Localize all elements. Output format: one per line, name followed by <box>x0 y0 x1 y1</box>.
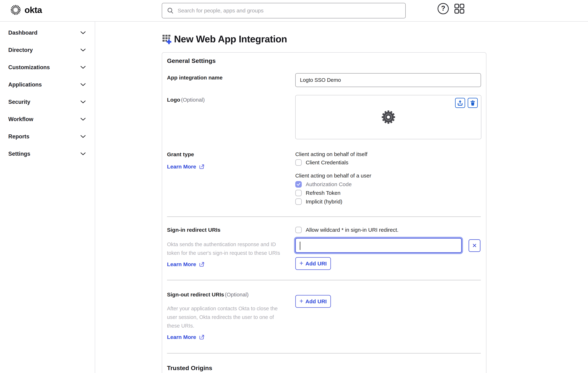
remove-uri-button[interactable]: ✕ <box>469 239 481 252</box>
chevron-down-icon <box>80 83 86 86</box>
sidebar-item-label: Security <box>8 99 30 105</box>
sidebar-item-workflow[interactable]: Workflow <box>0 111 95 128</box>
refresh-token-checkbox[interactable] <box>295 190 302 196</box>
sidebar-item-settings[interactable]: Settings <box>0 145 95 162</box>
signin-uri-input-field[interactable] <box>296 239 461 252</box>
top-header: okta ? <box>0 0 588 22</box>
learn-more-label: Learn More <box>167 164 196 170</box>
implicit-hybrid-checkbox[interactable] <box>295 198 302 205</box>
grant-type-label: Grant type <box>167 151 194 158</box>
signin-redirect-uris-label: Sign-in redirect URIs <box>167 227 220 233</box>
delete-logo-button[interactable] <box>468 98 478 108</box>
okta-logo[interactable]: okta <box>10 4 42 15</box>
add-uri-label: Add URI <box>305 261 327 267</box>
grant-itself-heading: Client acting on behalf of itself <box>295 151 367 157</box>
wildcard-redirect-label: Allow wildcard * in sign-in URI redirect… <box>306 227 399 233</box>
sidebar-item-label: Directory <box>8 47 33 53</box>
signin-helper-text: Okta sends the authentication response a… <box>167 240 286 257</box>
section-divider <box>167 353 481 353</box>
help-button[interactable]: ? <box>437 2 450 15</box>
page-title: New Web App Integration <box>174 33 287 44</box>
search-input[interactable] <box>177 3 405 18</box>
app-integration-name-label: App integration name <box>167 75 222 81</box>
okta-starburst-icon <box>10 4 21 15</box>
sidebar-item-security[interactable]: Security <box>0 93 95 111</box>
implicit-hybrid-label: Implicit (hybrid) <box>306 199 342 205</box>
chevron-down-icon <box>80 66 86 69</box>
apps-grid-icon <box>453 3 465 15</box>
signin-uri-input-focus-ring <box>294 237 463 254</box>
chevron-down-icon <box>80 31 86 34</box>
authorization-code-checkbox[interactable] <box>295 181 302 188</box>
chevron-down-icon <box>80 48 86 52</box>
checkbox-row-implicit-hybrid: Implicit (hybrid) <box>295 198 342 205</box>
wildcard-redirect-checkbox[interactable] <box>295 227 302 233</box>
checkbox-row-client-credentials: Client Credentials <box>295 159 348 166</box>
learn-more-label: Learn More <box>167 261 196 267</box>
sidebar-item-customizations[interactable]: Customizations <box>0 59 95 76</box>
checkbox-row-wildcard: Allow wildcard * in sign-in URI redirect… <box>295 227 399 233</box>
refresh-token-label: Refresh Token <box>306 190 340 196</box>
plus-icon: + <box>299 259 303 267</box>
logo-label: Logo <box>167 97 180 103</box>
sidebar-nav: Dashboard Directory Customizations Appli… <box>0 22 95 373</box>
section-divider <box>167 216 481 217</box>
main-content: New Web App Integration General Settings… <box>95 22 588 373</box>
gear-icon <box>382 110 395 124</box>
page-title-row: New Web App Integration <box>162 33 287 44</box>
signin-learn-more-link[interactable]: Learn More <box>167 261 204 267</box>
external-link-icon <box>199 164 204 169</box>
upload-logo-button[interactable] <box>455 98 465 108</box>
chevron-down-icon <box>80 100 86 104</box>
sidebar-item-label: Applications <box>8 81 42 88</box>
sidebar-item-label: Settings <box>8 151 30 157</box>
trash-icon <box>470 100 476 106</box>
checkbox-row-refresh-token: Refresh Token <box>295 190 340 196</box>
sidebar-item-label: Customizations <box>8 64 50 71</box>
sidebar-item-label: Reports <box>8 133 29 140</box>
sidebar-item-dashboard[interactable]: Dashboard <box>0 24 95 42</box>
search-icon <box>167 7 174 14</box>
sidebar-item-label: Dashboard <box>8 30 37 36</box>
signout-helper-text: After your application contacts Okta to … <box>167 304 282 330</box>
section-divider <box>167 280 481 280</box>
sidebar-item-label: Workflow <box>8 116 33 123</box>
external-link-icon <box>199 334 204 340</box>
signin-uri-input[interactable] <box>295 238 462 253</box>
sidebar-item-applications[interactable]: Applications <box>0 76 95 93</box>
plus-icon: + <box>299 297 303 305</box>
checkbox-row-authorization-code: Authorization Code <box>295 181 352 188</box>
signout-add-uri-button[interactable]: + Add URI <box>295 295 331 308</box>
global-search[interactable] <box>162 3 406 18</box>
external-link-icon <box>199 262 204 267</box>
sidebar-item-directory[interactable]: Directory <box>0 42 95 59</box>
check-icon <box>296 182 301 187</box>
signout-redirect-uris-label: Sign-out redirect URIs <box>167 292 224 298</box>
chevron-down-icon <box>80 152 86 156</box>
app-integration-name-input[interactable] <box>295 73 481 87</box>
upload-icon <box>457 100 463 106</box>
logo-label-row: Logo (Optional) <box>167 97 205 103</box>
signout-learn-more-link[interactable]: Learn More <box>167 334 204 340</box>
close-icon: ✕ <box>472 242 477 249</box>
chevron-down-icon <box>80 135 86 138</box>
grant-type-learn-more-link[interactable]: Learn More <box>167 164 204 170</box>
learn-more-label: Learn More <box>167 334 196 340</box>
okta-wordmark: okta <box>24 5 42 15</box>
signout-label-row: Sign-out redirect URIs (Optional) <box>167 292 249 298</box>
client-credentials-checkbox[interactable] <box>295 159 302 166</box>
apps-grid-button[interactable] <box>453 2 466 15</box>
general-settings-heading: General Settings <box>167 57 216 64</box>
logo-optional-label: (Optional) <box>181 97 205 103</box>
add-uri-label: Add URI <box>305 298 327 305</box>
trusted-origins-heading: Trusted Origins <box>167 364 212 372</box>
general-settings-card: General Settings App integration name Lo… <box>162 52 486 373</box>
new-app-grid-plus-icon <box>162 34 172 44</box>
authorization-code-label: Authorization Code <box>306 181 352 187</box>
sidebar-item-reports[interactable]: Reports <box>0 128 95 145</box>
signout-optional-label: (Optional) <box>225 292 249 298</box>
chevron-down-icon <box>80 118 86 121</box>
client-credentials-label: Client Credentials <box>306 160 348 166</box>
logo-preview-box <box>295 95 481 139</box>
signin-add-uri-button[interactable]: + Add URI <box>295 257 331 270</box>
